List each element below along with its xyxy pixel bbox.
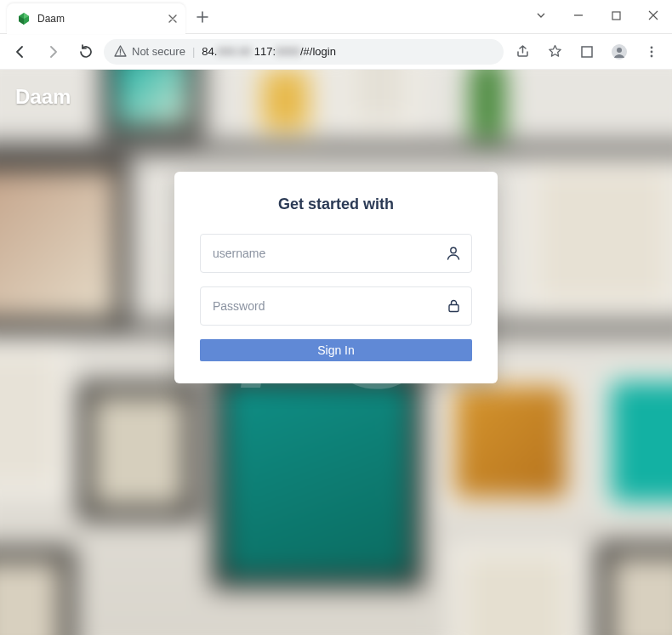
warning-icon: [114, 45, 127, 58]
svg-rect-3: [612, 12, 620, 20]
username-input[interactable]: [200, 234, 472, 273]
card-title: Get started with: [200, 196, 472, 213]
tab-favicon: [17, 12, 31, 26]
svg-point-11: [451, 247, 456, 252]
username-field-wrap: [200, 234, 472, 273]
browser-toolbar: Not secure | 84.000.00 117:0000/#/login: [0, 34, 672, 70]
new-tab-button[interactable]: [191, 5, 214, 29]
page-viewport: PC Daam Get started with Sign In: [0, 70, 672, 635]
security-indicator[interactable]: Not secure: [114, 45, 185, 58]
svg-point-9: [651, 50, 653, 53]
forward-button[interactable]: [39, 38, 66, 65]
minimize-icon[interactable]: [560, 0, 597, 31]
close-window-icon[interactable]: [635, 0, 672, 31]
extensions-icon[interactable]: [573, 38, 601, 65]
security-label: Not secure: [132, 45, 185, 58]
tab-close-icon[interactable]: [168, 14, 177, 23]
user-icon: [445, 245, 462, 262]
svg-rect-12: [449, 305, 458, 312]
browser-titlebar: Daam: [0, 0, 672, 34]
menu-icon[interactable]: [638, 38, 665, 65]
password-field-wrap: [200, 286, 472, 326]
svg-rect-5: [582, 47, 592, 57]
login-card: Get started with Sign In: [174, 172, 498, 383]
reload-button[interactable]: [71, 38, 99, 65]
window-controls: [522, 0, 672, 31]
svg-point-10: [651, 54, 653, 57]
window-dropdown-icon[interactable]: [522, 0, 560, 31]
browser-tab[interactable]: Daam: [7, 3, 185, 34]
svg-point-8: [651, 46, 653, 48]
lock-icon: [446, 298, 462, 315]
share-icon[interactable]: [509, 38, 536, 65]
tab-title: Daam: [37, 13, 162, 25]
svg-point-7: [617, 48, 622, 53]
password-input[interactable]: [200, 286, 472, 326]
bookmark-icon[interactable]: [541, 38, 568, 65]
address-bar[interactable]: Not secure | 84.000.00 117:0000/#/login: [104, 39, 504, 65]
signin-button[interactable]: Sign In: [200, 339, 472, 361]
maximize-icon[interactable]: [597, 0, 635, 31]
url-text: 84.000.00 117:0000/#/login: [202, 45, 336, 58]
profile-icon[interactable]: [606, 38, 633, 65]
back-button[interactable]: [7, 38, 34, 65]
svg-point-4: [120, 54, 122, 55]
page-brand: Daam: [15, 85, 71, 109]
